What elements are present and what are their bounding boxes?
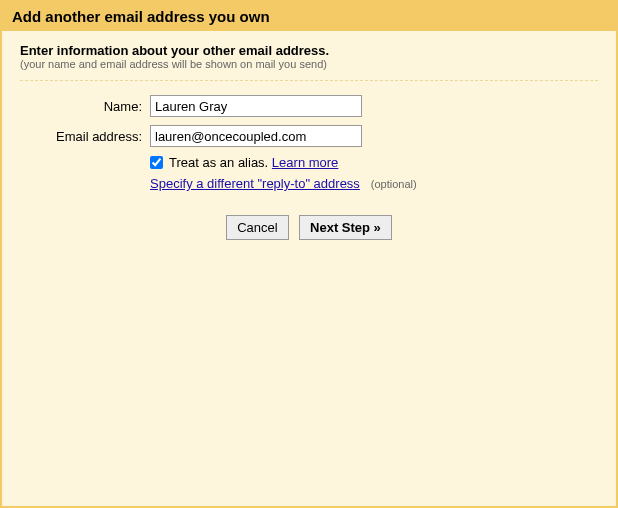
learn-more-link[interactable]: Learn more [272,155,338,170]
alias-row: Treat as an alias. Learn more [150,155,598,170]
optional-text: (optional) [371,178,417,190]
next-step-button[interactable]: Next Step » [299,215,392,240]
name-input[interactable] [150,95,362,117]
subtitle: Enter information about your other email… [20,43,598,58]
reply-to-row: Specify a different "reply-to" address (… [150,176,598,191]
divider [20,80,598,81]
reply-to-link[interactable]: Specify a different "reply-to" address [150,176,360,191]
dialog-content: Enter information about your other email… [2,31,616,252]
button-row: Cancel Next Step » [20,215,598,240]
alias-label: Treat as an alias. [169,155,268,170]
email-label: Email address: [20,129,150,144]
name-label: Name: [20,99,150,114]
email-row: Email address: [20,125,598,147]
dialog-title: Add another email address you own [12,8,606,25]
alias-checkbox[interactable] [150,156,163,169]
subtitle-note: (your name and email address will be sho… [20,58,598,70]
cancel-button[interactable]: Cancel [226,215,288,240]
dialog-header: Add another email address you own [2,2,616,31]
name-row: Name: [20,95,598,117]
email-input[interactable] [150,125,362,147]
